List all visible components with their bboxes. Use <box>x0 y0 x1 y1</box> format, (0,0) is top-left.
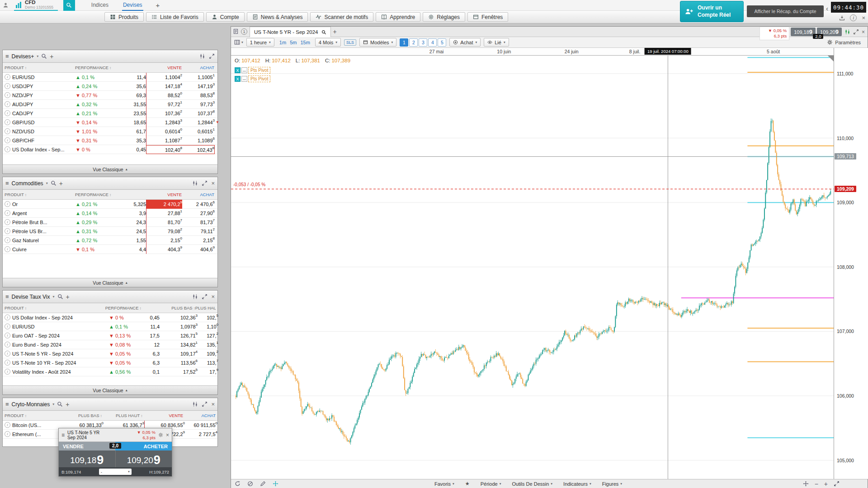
add-instrument-button[interactable]: + <box>66 401 69 408</box>
order-buy-button[interactable]: Achat▾ <box>449 38 481 47</box>
link-button[interactable]: Lié▾ <box>484 38 509 47</box>
instrument-info-icon[interactable]: i <box>5 333 10 338</box>
layout-select-button[interactable]: ▾ <box>234 39 243 45</box>
column-header-produit[interactable]: PRODUIT↕ <box>5 413 52 418</box>
panel-menu-icon[interactable]: ≡ <box>5 293 9 300</box>
add-instrument-button[interactable]: + <box>59 180 63 187</box>
instrument-info-icon[interactable]: i <box>5 246 10 252</box>
watchlist-row-euro-oat-sep-2024[interactable]: iEuro OAT - Sep 2024▼ 0,13 %17,5126,7151… <box>3 331 217 340</box>
user-icon[interactable] <box>3 2 9 8</box>
menu-news-analyses[interactable]: News & Analyses <box>247 12 308 22</box>
timeframe-15m[interactable]: 15m <box>300 40 310 45</box>
panel-title[interactable]: Devises+ <box>12 53 34 60</box>
account-recap-button[interactable]: Afficher le Récap. du Compte <box>747 5 824 17</box>
search-icon[interactable] <box>321 30 326 35</box>
close-chart-icon[interactable]: × <box>862 29 865 35</box>
watchlist-row-volatility-index-ao-t-2024[interactable]: iVolatility Index - Août 2024▲ 0,56 %0,1… <box>3 367 217 376</box>
instrument-info-icon[interactable]: i <box>5 83 10 89</box>
watchlist-row-gbp-chf[interactable]: iGBP/CHF▼ 0,31 %35,31,108771,10896 <box>3 136 217 145</box>
bottom-toolbar-favoris[interactable]: Favoris▾ <box>434 481 454 487</box>
watchlist-row-gbp-usd[interactable]: iGBP/USD▼ 0,14 %18,651,284331,28443▼ <box>3 118 217 127</box>
expand-chart-icon[interactable] <box>853 29 859 35</box>
close-panel-icon[interactable]: × <box>211 180 215 187</box>
open-real-account-button[interactable]: Ouvrir unCompte Réel <box>680 1 744 22</box>
instrument-info-icon[interactable]: i <box>5 314 10 320</box>
panel-menu-icon[interactable]: ≡ <box>5 180 9 187</box>
column-header-produit[interactable]: PRODUIT↕ <box>5 65 75 70</box>
chart-type-icon[interactable] <box>844 29 850 35</box>
close-panel-icon[interactable]: × <box>211 401 215 408</box>
panel-search-icon[interactable] <box>57 401 63 407</box>
instrument-info-icon[interactable]: i <box>5 342 10 347</box>
watchlist-row-us-t-note-5-yr-sep-2024[interactable]: iUS T-Note 5 YR - Sep 2024▼ 0,05 %6,3109… <box>3 349 217 358</box>
timeframe-1m[interactable]: 1m <box>279 40 286 45</box>
column-header-plus-bas[interactable]: PLUS BAS↕ <box>52 413 102 418</box>
column-header-achat[interactable]: ACHAT <box>183 413 216 418</box>
panel-chart-icon[interactable] <box>192 401 198 407</box>
quantity-select[interactable]: -▾ <box>99 469 132 475</box>
legend-remove-button[interactable]: X <box>235 67 241 73</box>
fullscreen-icon[interactable] <box>834 481 840 487</box>
panel-chart-icon[interactable] <box>199 53 205 59</box>
watchlist-row-usd-jpy[interactable]: iUSD/JPY▲ 0,24 %35,6147,184147,193 <box>3 82 217 91</box>
ticket-menu-icon[interactable]: ≡ <box>61 432 65 438</box>
instrument-info-icon[interactable]: i <box>5 128 10 134</box>
watchlist-row-aud-jpy[interactable]: iAUD/JPY▲ 0,32 %31,5597,72197,733 <box>3 100 217 109</box>
legend-style-button[interactable] <box>241 76 247 82</box>
chart-plot-area[interactable]: O:107,412H:107,412L:107,381C:107,389 XPt… <box>231 56 834 479</box>
menu-scanner-de-motifs[interactable]: Scanner de motifs <box>310 12 373 22</box>
watchlist-row-p-trole-us-br[interactable]: iPétrole US Br...▲ 0,31 %24,579,08279,11… <box>3 227 217 236</box>
add-workspace-tab-button[interactable]: + <box>156 1 160 9</box>
chart-time-axis[interactable]: 27 mai10 juin24 juin8 juil.5 août19 juil… <box>231 48 834 56</box>
column-header-produit[interactable]: PRODUIT↕ <box>5 305 105 310</box>
sls-badge[interactable]: SLS <box>344 39 356 46</box>
column-header-performance[interactable]: PERFORMANCE↕ <box>75 192 146 197</box>
instrument-info-icon[interactable]: i <box>5 201 10 207</box>
column-header-achat[interactable]: ACHAT <box>182 192 214 197</box>
expand-panel-icon[interactable] <box>202 294 208 300</box>
model-button-2[interactable]: 2 <box>409 38 418 47</box>
expand-panel-icon[interactable] <box>209 53 215 59</box>
panel-title[interactable]: Cryto-Monnaies <box>12 401 50 408</box>
panel-menu-icon[interactable]: ≡ <box>5 53 9 60</box>
column-header-plus-haut[interactable]: PLUS HAUT↕ <box>102 413 143 418</box>
legend-remove-button[interactable]: X <box>235 76 241 82</box>
sell-price-badge[interactable]: 109,189 <box>791 28 816 36</box>
column-header-performance[interactable]: PERFORMANCE↕ <box>75 65 146 70</box>
add-chart-button[interactable]: + <box>333 28 337 35</box>
refresh-icon[interactable] <box>235 481 241 487</box>
column-header-plus-haut[interactable]: PLUS HAUT <box>195 305 216 310</box>
instrument-info-icon[interactable]: i <box>5 146 10 152</box>
view-mode-footer[interactable]: Vue Classique▴ <box>3 278 217 287</box>
model-button-5[interactable]: 5 <box>438 38 446 47</box>
column-header-produit[interactable]: PRODUIT↕ <box>5 192 75 197</box>
model-button-4[interactable]: 4 <box>428 38 437 47</box>
bottom-toolbar-figures[interactable]: Figures▾ <box>602 481 622 487</box>
ticket-close-icon[interactable]: × <box>166 432 169 438</box>
add-instrument-button[interactable]: + <box>66 293 70 300</box>
add-instrument-button[interactable]: + <box>50 53 53 60</box>
view-mode-footer[interactable]: Vue Classique▴ <box>3 385 217 394</box>
watchlist-row-us-dollar-index-sep[interactable]: iUS Dollar Index - Sep...▼ 0 %0,45102,40… <box>3 145 217 154</box>
instrument-info-icon[interactable]: i <box>5 210 10 216</box>
bottom-toolbar-p-riode[interactable]: Période▾ <box>481 481 501 487</box>
legend-style-button[interactable] <box>241 67 247 73</box>
favorites-star-button[interactable]: ★ <box>465 481 470 487</box>
expand-panel-icon[interactable] <box>202 180 208 186</box>
timeframe-select-button[interactable]: 1 heure▾ <box>246 38 274 47</box>
sell-price-button[interactable]: 109,189 <box>59 450 116 467</box>
ticket-settings-icon[interactable] <box>158 432 163 437</box>
watchlist-row-p-trole-brut-b[interactable]: iPétrole Brut B...▲ 0,29 %24,381,70781,7… <box>3 218 217 227</box>
bottom-toolbar-indicateurs[interactable]: Indicateurs▾ <box>563 481 591 487</box>
eraser-icon[interactable] <box>247 481 253 487</box>
panel-title[interactable]: Devise Taux Vix <box>12 294 50 300</box>
bottom-toolbar-outils-de-dessin[interactable]: Outils De Dessin▾ <box>512 481 552 487</box>
watchlist-row-us-dollar-index-sep-2024[interactable]: iUS Dollar Index - Sep 2024▼ 0 %0,45102,… <box>3 313 217 322</box>
buy-price-button[interactable]: 109,209 <box>116 450 172 467</box>
panel-menu-icon[interactable]: ≡ <box>5 401 9 408</box>
timeframe-5m[interactable]: 5m <box>290 40 297 45</box>
watchlist-row-eur-usd[interactable]: iEUR/USD▲ 0,1 %11,41,097831,100 <box>3 322 217 331</box>
view-mode-footer[interactable]: Vue Classique▴ <box>3 164 217 174</box>
panel-chart-icon[interactable] <box>192 180 198 186</box>
watchlist-row-us-t-note-10-yr-sep-2024[interactable]: iUS T-Note 10 YR - Sep 2024▼ 0,05 %6,311… <box>3 358 217 367</box>
